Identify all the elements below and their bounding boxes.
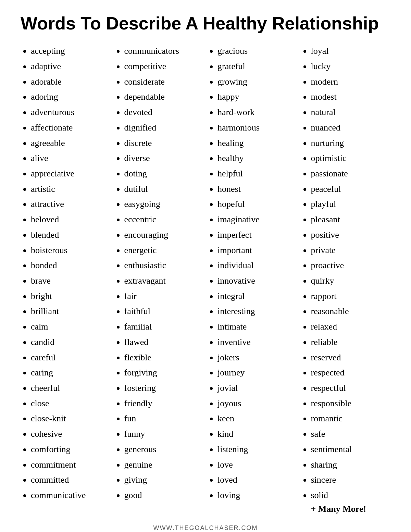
- list-item: rapport: [311, 289, 387, 304]
- list-item: fostering: [124, 381, 201, 396]
- list-item: respected: [311, 365, 387, 381]
- page-title: Words To Describe A Healthy Relationship: [21, 14, 390, 33]
- list-item: joyous: [217, 396, 294, 411]
- list-item: sentimental: [311, 442, 387, 457]
- list-item: jovial: [217, 381, 294, 396]
- column-1: acceptingadaptiveadorableadoringadventur…: [21, 44, 111, 514]
- list-item: dutiful: [124, 182, 201, 197]
- list-item: bonded: [31, 258, 107, 273]
- list-item: flawed: [124, 335, 201, 350]
- list-item: brave: [31, 273, 107, 289]
- list-item: competitive: [124, 59, 201, 74]
- list-item: adoring: [31, 89, 107, 105]
- list-item: kind: [217, 426, 294, 442]
- list-item: calm: [31, 319, 107, 335]
- list-item: funny: [124, 426, 201, 442]
- list-item: brilliant: [31, 304, 107, 319]
- column-4: loyalluckymodernmodestnaturalnuancednurt…: [301, 44, 391, 514]
- more-text: + Many More!: [304, 504, 387, 514]
- list-item: respectful: [311, 381, 387, 396]
- list-item: commitment: [31, 457, 107, 473]
- list-item: imaginative: [217, 212, 294, 227]
- list-item: peaceful: [311, 182, 387, 197]
- list-item: modest: [311, 89, 387, 105]
- list-item: artistic: [31, 182, 107, 197]
- list-item: love: [217, 457, 294, 473]
- list-item: healthy: [217, 151, 294, 166]
- list-item: gracious: [217, 44, 294, 59]
- column-3: graciousgratefulgrowinghappyhard-workhar…: [207, 44, 297, 514]
- list-item: safe: [311, 426, 387, 442]
- list-item: beloved: [31, 212, 107, 227]
- list-item: doting: [124, 166, 201, 182]
- list-item: attractive: [31, 197, 107, 212]
- list-item: enthusiastic: [124, 258, 201, 273]
- list-item: nurturing: [311, 136, 387, 151]
- word-list-4: loyalluckymodernmodestnaturalnuancednurt…: [304, 44, 387, 503]
- list-item: candid: [31, 335, 107, 350]
- list-item: relaxed: [311, 319, 387, 335]
- list-item: integral: [217, 289, 294, 304]
- list-item: inventive: [217, 335, 294, 350]
- list-item: adaptive: [31, 59, 107, 74]
- list-item: proactive: [311, 258, 387, 273]
- list-item: fun: [124, 411, 201, 426]
- list-item: keen: [217, 411, 294, 426]
- list-item: blended: [31, 227, 107, 243]
- list-item: genuine: [124, 457, 201, 473]
- list-item: hard-work: [217, 105, 294, 120]
- list-item: optimistic: [311, 151, 387, 166]
- list-item: giving: [124, 472, 201, 488]
- list-item: discrete: [124, 136, 201, 151]
- list-item: devoted: [124, 105, 201, 120]
- list-item: individual: [217, 258, 294, 273]
- list-item: communicators: [124, 44, 201, 59]
- list-item: reasonable: [311, 304, 387, 319]
- list-item: careful: [31, 350, 107, 366]
- list-item: close: [31, 396, 107, 411]
- list-item: quirky: [311, 273, 387, 289]
- list-item: honest: [217, 182, 294, 197]
- list-item: lucky: [311, 59, 387, 74]
- list-item: bright: [31, 289, 107, 304]
- footer-url: WWW.THEGOALCHASER.COM: [21, 524, 390, 532]
- columns-container: acceptingadaptiveadorableadoringadventur…: [21, 44, 390, 514]
- list-item: loving: [217, 488, 294, 503]
- list-item: boisterous: [31, 243, 107, 258]
- word-list-3: graciousgratefulgrowinghappyhard-workhar…: [211, 44, 294, 503]
- list-item: energetic: [124, 243, 201, 258]
- list-item: adventurous: [31, 105, 107, 120]
- list-item: happy: [217, 89, 294, 105]
- list-item: private: [311, 243, 387, 258]
- list-item: healing: [217, 136, 294, 151]
- list-item: loyal: [311, 44, 387, 59]
- list-item: faithful: [124, 304, 201, 319]
- list-item: grateful: [217, 59, 294, 74]
- list-item: agreeable: [31, 136, 107, 151]
- list-item: reserved: [311, 350, 387, 366]
- list-item: sharing: [311, 457, 387, 473]
- list-item: playful: [311, 197, 387, 212]
- list-item: fair: [124, 289, 201, 304]
- word-list-1: acceptingadaptiveadorableadoringadventur…: [24, 44, 107, 503]
- list-item: cheerful: [31, 381, 107, 396]
- list-item: appreciative: [31, 166, 107, 182]
- list-item: solid: [311, 488, 387, 503]
- list-item: caring: [31, 365, 107, 381]
- list-item: cohesive: [31, 426, 107, 442]
- list-item: passionate: [311, 166, 387, 182]
- list-item: familial: [124, 319, 201, 335]
- list-item: accepting: [31, 44, 107, 59]
- list-item: alive: [31, 151, 107, 166]
- list-item: flexible: [124, 350, 201, 366]
- list-item: affectionate: [31, 120, 107, 136]
- list-item: sincere: [311, 472, 387, 488]
- list-item: intimate: [217, 319, 294, 335]
- list-item: helpful: [217, 166, 294, 182]
- list-item: considerate: [124, 74, 201, 90]
- list-item: generous: [124, 442, 201, 457]
- list-item: easygoing: [124, 197, 201, 212]
- list-item: pleasant: [311, 212, 387, 227]
- list-item: diverse: [124, 151, 201, 166]
- list-item: harmonious: [217, 120, 294, 136]
